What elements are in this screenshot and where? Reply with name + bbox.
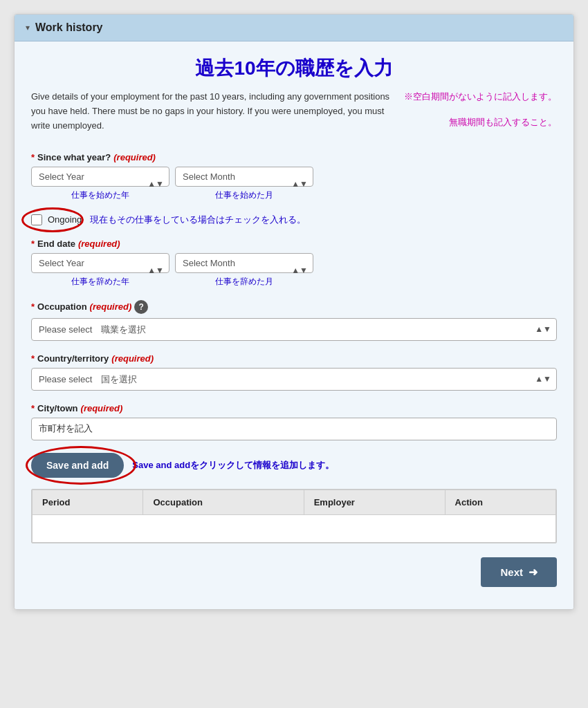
next-row: Next ➜ (31, 557, 557, 593)
occupation-label: * Occupation (required) ? (31, 300, 557, 314)
work-history-table: Period Occupation Employer Action (32, 490, 556, 543)
city-label: * City/town (required) (31, 403, 557, 413)
country-group: * Country/territory (required) Please se… (31, 353, 557, 391)
section-body: 過去10年の職歴を入力 Give details of your employm… (15, 41, 573, 609)
annotation-pink-line1: ※空白期間がないように記入します。 (404, 90, 557, 104)
table-header-occupation: Occupation (143, 490, 304, 514)
end-year-select[interactable]: Select Year (31, 253, 169, 273)
next-arrow-icon: ➜ (529, 566, 538, 579)
table-empty-row (33, 514, 556, 542)
occupation-required-marker: * (31, 301, 35, 312)
country-select[interactable]: Please select 国を選択 (31, 368, 557, 391)
country-select-wrapper: Please select 国を選択 ▲▼ (31, 368, 557, 391)
section-title: Work history (35, 21, 103, 34)
end-date-label-text: End date (37, 239, 75, 249)
since-year-required-marker: * (31, 152, 35, 162)
country-required-text: (required) (111, 353, 154, 364)
end-date-required-marker: * (31, 239, 35, 249)
end-date-label: * End date (required) (31, 239, 557, 249)
description-left: Give details of your employment for the … (31, 90, 393, 141)
end-date-selects-row: Select Year ▲▼ 仕事を辞めた年 Select Month ▲▼ 仕… (31, 253, 557, 288)
country-label: * Country/territory (required) (31, 353, 557, 364)
since-year-label: * Since what year? (required) (31, 152, 557, 162)
next-button-label: Next (500, 566, 523, 578)
ongoing-row: Ongoing 現在もその仕事をしている場合はチェックを入れる。 (31, 214, 557, 226)
occupation-help-icon[interactable]: ? (134, 300, 148, 314)
save-add-button[interactable]: Save and add (31, 453, 124, 478)
since-year-select[interactable]: Select Year (31, 167, 169, 187)
end-date-required-text: (required) (78, 239, 120, 249)
description-row: Give details of your employment for the … (31, 90, 557, 141)
next-button[interactable]: Next ➜ (481, 557, 557, 587)
city-required-text: (required) (81, 403, 123, 413)
since-year-select-wrapper: Select Year ▲▼ 仕事を始めた年 (31, 167, 169, 201)
ongoing-label: Ongoing (48, 214, 82, 225)
page-container: ▾ Work history 過去10年の職歴を入力 Give details … (14, 14, 574, 610)
ongoing-annotation: 現在もその仕事をしている場合はチェックを入れる。 (90, 214, 306, 226)
city-label-text: City/town (37, 403, 78, 413)
table-header-action: Action (445, 490, 555, 514)
occupation-group: * Occupation (required) ? Please select … (31, 300, 557, 341)
since-year-required-text: (required) (113, 152, 156, 162)
city-required-marker: * (31, 403, 35, 413)
since-year-label-text: Since what year? (37, 152, 111, 162)
occupation-select-wrapper: Please select 職業を選択 ▲▼ (31, 318, 557, 341)
end-month-select[interactable]: Select Month (175, 253, 313, 273)
since-year-group: * Since what year? (required) Select Yea… (31, 152, 557, 201)
occupation-select[interactable]: Please select 職業を選択 (31, 318, 557, 341)
save-add-row: Save and add Save and addをクリックして情報を追加します… (31, 453, 557, 478)
since-month-select-wrapper: Select Month ▲▼ 仕事を始めた月 (175, 167, 313, 201)
occupation-label-text: Occupation (37, 301, 87, 312)
table-header-period: Period (33, 490, 143, 514)
ongoing-checkbox[interactable] (31, 214, 42, 225)
description-text: Give details of your employment for the … (31, 90, 393, 133)
collapse-arrow-icon[interactable]: ▾ (26, 23, 30, 32)
save-add-annotation: Save and addをクリックして情報を追加します。 (132, 459, 334, 472)
end-month-annotation: 仕事を辞めた月 (175, 276, 313, 288)
since-year-selects-row: Select Year ▲▼ 仕事を始めた年 Select Month ▲▼ 仕… (31, 167, 557, 201)
main-title: 過去10年の職歴を入力 (31, 55, 557, 82)
end-date-group: * End date (required) Select Year ▲▼ 仕事を… (31, 239, 557, 288)
end-year-select-wrapper: Select Year ▲▼ 仕事を辞めた年 (31, 253, 169, 288)
end-year-annotation: 仕事を辞めた年 (31, 276, 169, 288)
since-month-annotation: 仕事を始めた月 (175, 189, 313, 201)
section-header: ▾ Work history (15, 15, 573, 41)
annotation-pink-line2: 無職期間も記入すること。 (404, 115, 557, 130)
occupation-select-row: Please select 職業を選択 ▲▼ (31, 318, 557, 341)
since-month-select[interactable]: Select Month (175, 167, 313, 187)
country-required-marker: * (31, 353, 35, 364)
work-history-table-container: Period Occupation Employer Action (31, 489, 557, 543)
annotation-pink-block: ※空白期間がないように記入します。 無職期間も記入すること。 (404, 90, 557, 141)
country-label-text: Country/territory (37, 353, 109, 364)
table-header-employer: Employer (304, 490, 445, 514)
table-header-row: Period Occupation Employer Action (33, 490, 556, 514)
end-month-select-wrapper: Select Month ▲▼ 仕事を辞めた月 (175, 253, 313, 288)
city-group: * City/town (required) (31, 403, 557, 440)
since-year-annotation: 仕事を始めた年 (31, 189, 169, 201)
occupation-required-text: (required) (90, 301, 132, 312)
city-input[interactable] (31, 418, 557, 440)
